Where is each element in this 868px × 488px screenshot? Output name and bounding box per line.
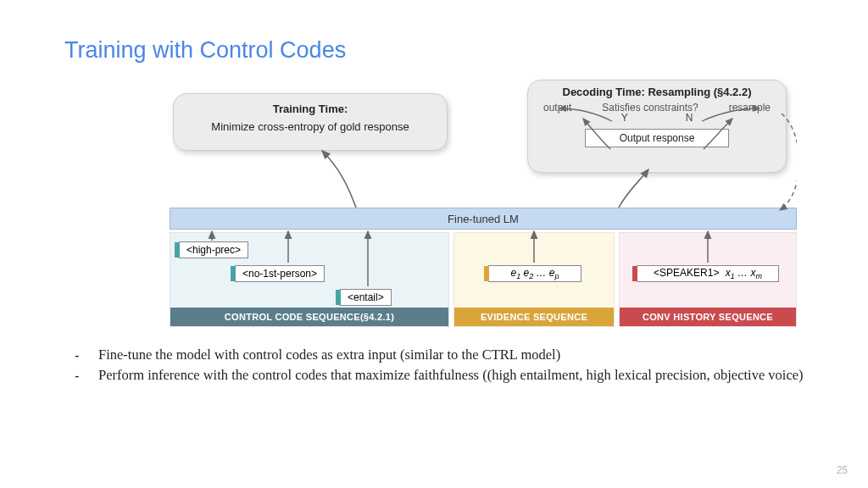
ctrl-token-high-prec: <high-prec>: [179, 241, 248, 258]
yes-label: Y: [621, 112, 628, 124]
evidence-footer: EVIDENCE SEQUENCE: [454, 308, 614, 326]
ctrl-token-entail: <entail>: [340, 289, 392, 306]
evidence-region: e1 e2 … ep EVIDENCE SEQUENCE: [453, 232, 615, 327]
bullet-2: Perform inference with the control codes…: [75, 366, 804, 385]
training-time-body: Minimize cross-entropy of gold response: [181, 120, 440, 133]
decoding-time-title: Decoding Time: Resampling (§4.2.2): [537, 86, 777, 98]
bullet-list: Fine-tune the model with control codes a…: [75, 346, 804, 387]
history-token: <SPEAKER1> x1 … xm: [637, 265, 779, 282]
history-region: <SPEAKER1> x1 … xm CONV HISTORY SEQUENCE: [619, 232, 797, 327]
no-label: N: [686, 112, 693, 124]
bullet-1: Fine-tune the model with control codes a…: [75, 346, 804, 364]
diagram: Training Time: Minimize cross-entropy of…: [170, 83, 797, 329]
ctrl-footer: CONTROL CODE SEQUENCE(§4.2.1): [170, 308, 448, 326]
control-code-region: <high-prec> <no-1st-person> <entail> CON…: [170, 232, 449, 327]
history-footer: CONV HISTORY SEQUENCE: [620, 308, 796, 326]
finetuned-lm-bar: Fine-tuned LM: [170, 208, 797, 230]
constraint-label: Satisfies constraints?: [602, 102, 698, 114]
page-number: 25: [837, 464, 848, 476]
resample-label: resample: [729, 102, 771, 114]
decoding-time-callout: Decoding Time: Resampling (§4.2.2) outpu…: [527, 80, 787, 173]
slide-title: Training with Control Codes: [64, 37, 346, 64]
output-label: output: [543, 102, 571, 114]
evidence-token: e1 e2 … ep: [488, 265, 581, 282]
training-time-callout: Training Time: Minimize cross-entropy of…: [173, 93, 448, 151]
ctrl-token-no-1st-person: <no-1st-person>: [235, 265, 325, 282]
output-response-box: Output response: [585, 129, 729, 147]
training-time-title: Training Time:: [181, 103, 440, 115]
